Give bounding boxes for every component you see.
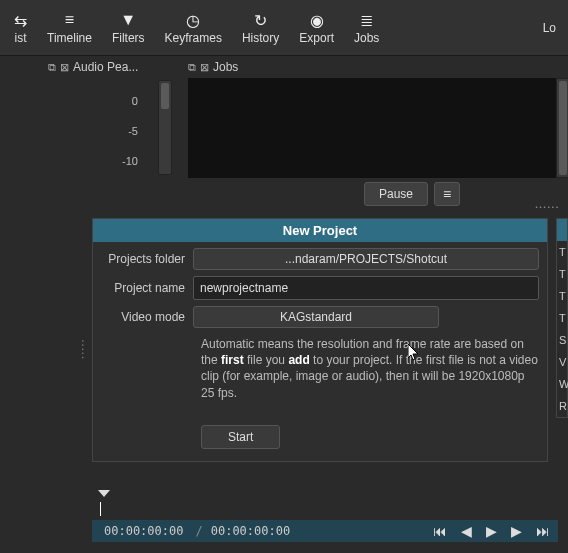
toolbar-playlist[interactable]: ⇆ ist xyxy=(4,7,37,49)
list-item[interactable]: T xyxy=(557,263,567,285)
timeline-bar: 00:00:00:00 / 00:00:00:00 ⏮ ◀ ▶ ▶ ⏭ xyxy=(92,520,558,542)
panel-title: Jobs xyxy=(213,60,238,74)
toolbar-history[interactable]: ↻ History xyxy=(232,7,289,49)
vertical-grip[interactable]: ••••• xyxy=(80,340,86,361)
timecode-separator: / xyxy=(195,524,202,538)
toolbar-export[interactable]: ◉ Export xyxy=(289,7,344,49)
list-item[interactable]: W xyxy=(557,373,567,395)
transport-controls: ⏮ ◀ ▶ ▶ ⏭ xyxy=(433,523,550,539)
timeline-icon: ≡ xyxy=(65,11,74,29)
toolbar-label: History xyxy=(242,31,279,45)
panel-title: Audio Pea... xyxy=(73,60,138,74)
ruler-tick: -10 xyxy=(122,146,138,176)
upper-panels: ⧉ ⊠ Audio Pea... 0 -5 -10 ⧉ ⊠ Jobs Pause… xyxy=(0,56,568,199)
name-label: Project name xyxy=(101,281,193,295)
triangle-down-icon xyxy=(98,490,110,497)
stopwatch-icon: ◷ xyxy=(186,11,200,29)
jobs-panel: ⧉ ⊠ Jobs Pause ≡ •••••• xyxy=(188,56,568,199)
list-item[interactable]: T xyxy=(557,241,567,263)
folder-label: Projects folder xyxy=(101,252,193,266)
prev-frame-icon[interactable]: ◀ xyxy=(461,523,472,539)
main-toolbar: ⇆ ist ≡ Timeline ▼ Filters ◷ Keyframes ↻… xyxy=(0,0,568,56)
mode-label: Video mode xyxy=(101,310,193,324)
toolbar-label: Export xyxy=(299,31,334,45)
menu-button[interactable]: ≡ xyxy=(434,182,460,206)
list-item[interactable]: T xyxy=(557,307,567,329)
ruler-tick: -5 xyxy=(122,116,138,146)
history-icon: ↻ xyxy=(254,11,267,29)
toolbar-label: Filters xyxy=(112,31,145,45)
peak-scrollbar[interactable] xyxy=(158,80,172,175)
timecode-total: 00:00:00:00 xyxy=(211,524,290,538)
timecode-current[interactable]: 00:00:00:00 xyxy=(100,522,187,540)
skip-end-icon[interactable]: ⏭ xyxy=(536,523,550,539)
project-name-input[interactable] xyxy=(193,276,539,300)
panel-header: New Project xyxy=(93,219,547,242)
new-project-panel: New Project Projects folder ...ndaram/PR… xyxy=(92,218,548,462)
start-button[interactable]: Start xyxy=(201,425,280,449)
close-icon[interactable]: ⊠ xyxy=(60,61,69,74)
toolbar-filters[interactable]: ▼ Filters xyxy=(102,7,155,49)
close-icon[interactable]: ⊠ xyxy=(200,61,209,74)
ruler-tick: 0 xyxy=(122,86,138,116)
jobs-list xyxy=(188,78,556,178)
recent-panel: T T T T S V W R xyxy=(556,218,568,418)
list-item[interactable]: R xyxy=(557,395,567,417)
resize-grip[interactable]: •••••• xyxy=(535,204,560,210)
peak-ruler: 0 -5 -10 xyxy=(122,86,138,176)
toolbar-keyframes[interactable]: ◷ Keyframes xyxy=(155,7,232,49)
list-item[interactable]: T xyxy=(557,285,567,307)
stack-icon: ≣ xyxy=(360,11,373,29)
toolbar-label: Timeline xyxy=(47,31,92,45)
toolbar-label: ist xyxy=(15,31,27,45)
undock-icon[interactable]: ⧉ xyxy=(48,61,56,74)
scrollbar-thumb[interactable] xyxy=(161,83,169,109)
jobs-scrollbar[interactable] xyxy=(556,78,568,178)
help-text: Automatic means the resolution and frame… xyxy=(93,328,547,405)
disc-icon: ◉ xyxy=(310,11,324,29)
playhead-line xyxy=(100,502,101,516)
list-item[interactable]: V xyxy=(557,351,567,373)
list-item[interactable]: S xyxy=(557,329,567,351)
undock-icon[interactable]: ⧉ xyxy=(188,61,196,74)
list-icon: ⇆ xyxy=(14,11,27,29)
next-frame-icon[interactable]: ▶ xyxy=(511,523,522,539)
toolbar-jobs[interactable]: ≣ Jobs xyxy=(344,7,389,49)
funnel-icon: ▼ xyxy=(120,11,136,29)
panel-header xyxy=(557,219,567,241)
toolbar-label: Keyframes xyxy=(165,31,222,45)
audio-peak-panel: ⧉ ⊠ Audio Pea... 0 -5 -10 xyxy=(0,56,188,199)
skip-start-icon[interactable]: ⏮ xyxy=(433,523,447,539)
toolbar-label: Jobs xyxy=(354,31,379,45)
scrollbar-thumb[interactable] xyxy=(559,81,567,175)
toolbar-login[interactable]: Lo xyxy=(543,21,564,35)
play-icon[interactable]: ▶ xyxy=(486,523,497,539)
pause-button[interactable]: Pause xyxy=(364,182,428,206)
toolbar-timeline[interactable]: ≡ Timeline xyxy=(37,7,102,49)
video-mode-dropdown[interactable]: KAGstandard xyxy=(193,306,439,328)
projects-folder-dropdown[interactable]: ...ndaram/PROJECTS/Shotcut xyxy=(193,248,539,270)
